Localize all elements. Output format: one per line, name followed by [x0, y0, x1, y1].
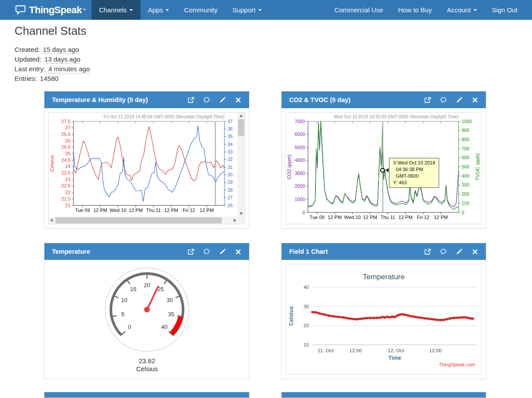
scroll-up-icon[interactable] [239, 114, 243, 117]
comment-icon[interactable] [203, 248, 210, 255]
close-icon[interactable] [472, 248, 478, 255]
svg-text:Temperature: Temperature [363, 273, 404, 281]
panel-header: CO2 & TVOC (5 day) [282, 91, 486, 108]
close-icon[interactable] [472, 97, 478, 103]
svg-text:Celsius: Celsius [288, 306, 294, 326]
entries-label: Entries: [15, 75, 37, 82]
nav-item-apps[interactable]: Apps [140, 0, 176, 20]
svg-text:35: 35 [227, 134, 233, 139]
edit-icon[interactable] [219, 97, 226, 103]
entries-value: 14580 [40, 75, 59, 83]
svg-text:12 PM: 12 PM [328, 215, 342, 220]
nav-item-channels[interactable]: Channels [92, 0, 140, 20]
svg-text:28: 28 [227, 187, 233, 193]
co2-tvoc-5day-svg: Wed Oct 10 2018 16:20:03 GMT-0600 (Mount… [286, 113, 481, 224]
temperature-gauge-svg: 051015202530354023.82Celsius [92, 265, 202, 375]
co2-tvoc-chart[interactable]: Wed Oct 10 2018 16:20:03 GMT-0600 (Mount… [286, 113, 481, 224]
svg-text:21: 21 [65, 203, 70, 208]
export-icon[interactable] [424, 248, 431, 255]
panel-title: Field 1 Chart [282, 248, 424, 255]
svg-text:200: 200 [462, 191, 470, 197]
svg-text:0: 0 [302, 210, 305, 215]
svg-text:300: 300 [462, 182, 470, 187]
svg-text:26: 26 [227, 203, 233, 208]
svg-text:12 PM: 12 PM [363, 215, 377, 220]
horizontal-scrollbar[interactable] [49, 217, 238, 224]
temperature-gauge: 051015202530354023.82Celsius [48, 264, 245, 375]
nav-item-sign-out[interactable]: Sign Out [484, 0, 525, 20]
nav-item-commercial-use[interactable]: Commercial Use [327, 0, 391, 20]
temp-humidity-5day-svg: Fri Oct 12 2018 14:48:04 GMT-0600 (Mount… [49, 113, 238, 217]
temp-humidity-chart[interactable]: Fri Oct 12 2018 14:48:04 GMT-0600 (Mount… [49, 113, 238, 217]
nav-item-account[interactable]: Account [439, 0, 484, 20]
created-value: 15 days ago [43, 46, 79, 54]
field1-chart[interactable]: Temperature10203040Celsius11. Oct12:0012… [286, 264, 481, 374]
svg-text:30: 30 [304, 304, 309, 309]
comment-icon[interactable] [440, 97, 447, 103]
nav-item-how-to-buy[interactable]: How to Buy [391, 0, 440, 20]
scrollbar-thumb[interactable] [238, 119, 244, 136]
edit-icon[interactable] [456, 248, 462, 255]
svg-text:22: 22 [65, 190, 70, 195]
scrollbar-thumb[interactable] [55, 217, 222, 223]
svg-text:Thu 11: Thu 11 [381, 215, 395, 220]
svg-text:21.5: 21.5 [62, 196, 71, 201]
navbar: ThingSpeak ™ Channels Apps Community Sup… [0, 0, 532, 20]
panel-partial-right [281, 392, 486, 398]
close-icon[interactable] [235, 248, 242, 255]
brand[interactable]: ThingSpeak ™ [15, 0, 86, 20]
scroll-down-icon[interactable] [239, 212, 243, 215]
svg-text:100: 100 [462, 201, 470, 206]
export-icon[interactable] [187, 248, 194, 255]
nav-item-community[interactable]: Community [176, 0, 225, 20]
field1-chart-svg: Temperature10203040Celsius11. Oct12:0012… [286, 264, 481, 374]
panel-header [44, 392, 249, 398]
svg-text:Fri Oct 12 2018 14:48:04 GMT-0: Fri Oct 12 2018 14:48:04 GMT-0600 (Mount… [103, 114, 224, 119]
svg-text:Tue 09: Tue 09 [75, 208, 90, 213]
svg-text:23.5: 23.5 [62, 170, 71, 175]
svg-text:30: 30 [166, 297, 172, 303]
comment-icon[interactable] [440, 248, 447, 255]
svg-text:31: 31 [227, 164, 233, 170]
page-title: Channel Stats [15, 24, 532, 38]
export-icon[interactable] [424, 97, 431, 103]
nav-item-support[interactable]: Support [225, 0, 269, 20]
svg-text:25: 25 [65, 151, 70, 156]
svg-text:Time: Time [389, 355, 401, 361]
panel-tools [187, 97, 249, 103]
svg-text:0: 0 [128, 324, 131, 330]
svg-text:11. Oct: 11. Oct [318, 348, 334, 353]
nav-right: Commercial Use How to Buy Account Sign O… [327, 0, 525, 20]
svg-text:0: 0 [462, 210, 464, 215]
svg-text:10: 10 [121, 297, 127, 303]
svg-text:Wed 10: Wed 10 [344, 215, 361, 220]
chart-tooltip: X:Wed Oct 10 2018 04:36:38 PM GMT-0600 Y… [389, 158, 439, 187]
svg-text:40: 40 [161, 324, 167, 330]
svg-text:34: 34 [227, 142, 233, 147]
last-entry-value: 4 minutes ago [48, 65, 90, 73]
svg-text:22.5: 22.5 [62, 183, 71, 188]
export-icon[interactable] [187, 97, 194, 103]
svg-text:35: 35 [168, 311, 174, 318]
scroll-right-icon[interactable] [234, 219, 236, 222]
edit-icon[interactable] [219, 248, 226, 255]
svg-text:Tue 09: Tue 09 [310, 215, 325, 220]
comment-icon[interactable] [203, 97, 210, 103]
vertical-scrollbar[interactable] [238, 113, 245, 217]
svg-text:12 PM: 12 PM [164, 208, 178, 213]
svg-text:10: 10 [304, 342, 309, 347]
scroll-left-icon[interactable] [50, 219, 53, 222]
panel-header: Field 1 Chart [282, 243, 486, 260]
panel-title: Temperature & Humidity (5 day) [44, 96, 187, 103]
chart-frame: Temperature10203040Celsius11. Oct12:0012… [286, 264, 482, 375]
edit-icon[interactable] [456, 97, 462, 103]
panel-tools [424, 97, 486, 103]
close-icon[interactable] [235, 97, 242, 103]
scrollbar-corner [238, 217, 245, 224]
panel-title: Temperature [44, 248, 187, 255]
svg-text:Thu 11: Thu 11 [146, 208, 161, 213]
panel-tools [187, 248, 249, 255]
svg-text:12:00: 12:00 [349, 348, 362, 353]
caret-down-icon [258, 9, 262, 11]
svg-text:Wed Oct 10 2018 16:20:03 GMT-0: Wed Oct 10 2018 16:20:03 GMT-0600 (Mount… [334, 114, 459, 119]
